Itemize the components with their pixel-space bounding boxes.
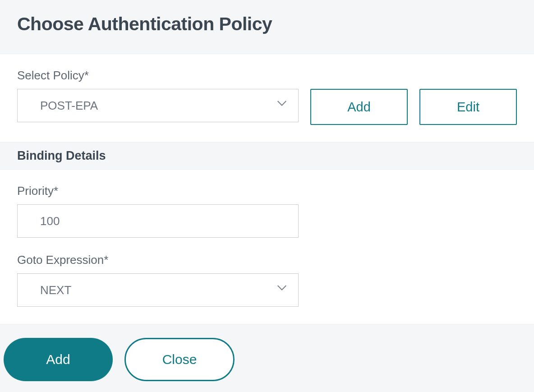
binding-details-title: Binding Details: [17, 149, 517, 163]
priority-input[interactable]: 100: [17, 204, 299, 238]
binding-details-header: Binding Details: [0, 142, 534, 170]
footer-bar: Add Close: [0, 324, 534, 392]
add-button[interactable]: Add: [4, 338, 113, 381]
page-header: Choose Authentication Policy: [0, 0, 534, 54]
chevron-down-icon: [276, 97, 288, 113]
page-title: Choose Authentication Policy: [17, 14, 517, 35]
priority-label: Priority*: [17, 184, 517, 198]
close-button[interactable]: Close: [124, 338, 235, 381]
select-policy-section: Select Policy* POST-EPA Add Edit: [0, 54, 534, 142]
goto-expression-value: NEXT: [40, 283, 71, 297]
priority-block: Priority* 100: [17, 184, 517, 238]
binding-details-section: Priority* 100 Goto Expression* NEXT: [0, 170, 534, 324]
chevron-down-icon: [276, 281, 288, 297]
select-policy-value: POST-EPA: [40, 99, 98, 113]
priority-value: 100: [40, 214, 60, 228]
select-policy-dropdown[interactable]: POST-EPA: [17, 89, 299, 122]
goto-expression-label: Goto Expression*: [17, 253, 517, 267]
add-policy-button[interactable]: Add: [310, 89, 408, 125]
select-policy-row: POST-EPA Add Edit: [17, 89, 517, 125]
edit-policy-button[interactable]: Edit: [419, 89, 517, 125]
goto-expression-block: Goto Expression* NEXT: [17, 253, 517, 307]
select-policy-label: Select Policy*: [17, 69, 517, 83]
goto-expression-dropdown[interactable]: NEXT: [17, 273, 299, 307]
